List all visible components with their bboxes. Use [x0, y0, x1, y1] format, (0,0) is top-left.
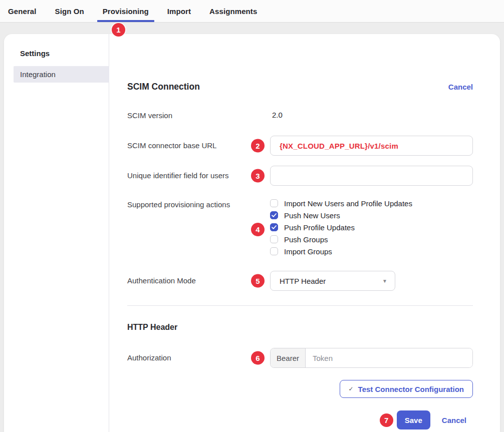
checkbox-push-groups[interactable] [270, 235, 278, 243]
section-divider [127, 305, 473, 306]
provisioning-actions-label: Supported provisioning actions [127, 199, 270, 210]
unique-id-input[interactable] [270, 166, 473, 186]
provisioning-actions-row: Supported provisioning actions 4 Import … [127, 199, 473, 259]
tab-assignments[interactable]: Assignments [204, 0, 263, 22]
checkbox-label: Push Profile Updates [284, 223, 355, 232]
step-badge-5: 5 [251, 274, 265, 288]
unique-id-row: Unique identifier field for users 3 [127, 166, 473, 186]
sidebar-item-label: Integration [20, 70, 56, 79]
checkbox-import-new-users[interactable] [270, 199, 278, 207]
chevron-down-icon: ▼ [382, 278, 387, 284]
sidebar-header: Settings [20, 49, 109, 58]
checkbox-label: Push Groups [284, 235, 328, 244]
checkbox-row-push-profile-updates: Push Profile Updates [270, 223, 473, 231]
cancel-button[interactable]: Cancel [442, 416, 466, 424]
http-header-section-title: HTTP Header [127, 323, 473, 332]
tab-general[interactable]: General [3, 0, 42, 22]
tab-provisioning[interactable]: Provisioning [97, 0, 154, 22]
cancel-link-top[interactable]: Cancel [448, 83, 473, 91]
settings-sidebar: Settings Integration [4, 34, 109, 432]
app-tab-bar: General Sign On Provisioning Import Assi… [0, 0, 504, 23]
auth-mode-label: Authentication Mode [127, 271, 270, 286]
checkbox-row-import-users: Import New Users and Profile Updates [270, 199, 473, 207]
tab-import[interactable]: Import [162, 0, 196, 22]
checkbox-push-profile-updates[interactable] [270, 223, 278, 231]
scim-version-row: SCIM version 2.0 [127, 111, 473, 121]
save-button[interactable]: Save [397, 410, 430, 429]
unique-id-label: Unique identifier field for users [127, 166, 270, 181]
step-badge-2: 2 [251, 139, 265, 153]
step-badge-6: 6 [251, 351, 265, 365]
base-url-input[interactable] [270, 136, 473, 156]
scim-version-value: 2.0 [270, 111, 283, 119]
base-url-label: SCIM connector base URL [127, 136, 270, 151]
checkbox-label: Import New Users and Profile Updates [284, 199, 412, 208]
checkbox-row-push-groups: Push Groups [270, 235, 473, 243]
checkmark-icon: ✓ [349, 385, 354, 392]
auth-mode-row: Authentication Mode 5 HTTP Header ▼ [127, 271, 473, 291]
checkbox-label: Push New Users [284, 211, 340, 220]
test-button-label: Test Connector Configuration [358, 385, 464, 393]
base-url-row: SCIM connector base URL 2 [127, 136, 473, 156]
token-input[interactable] [306, 348, 472, 367]
authorization-label: Authorization [127, 348, 270, 363]
step-badge-4: 4 [251, 223, 265, 236]
auth-mode-select[interactable]: HTTP Header ▼ [270, 271, 395, 291]
checkbox-import-groups[interactable] [270, 247, 278, 255]
page-title: SCIM Connection [127, 82, 200, 92]
step-badge-3: 3 [251, 169, 265, 183]
content-card: Settings Integration SCIM Connection Can… [4, 34, 500, 432]
authorization-input-group: Bearer [270, 348, 473, 368]
checkbox-push-new-users[interactable] [270, 211, 278, 219]
step-badge-1: 1 [112, 23, 125, 37]
checkbox-row-import-groups: Import Groups [270, 247, 473, 255]
bearer-prefix: Bearer [271, 348, 306, 367]
test-connector-configuration-button[interactable]: ✓ Test Connector Configuration [340, 380, 473, 398]
sidebar-item-integration[interactable]: Integration [14, 66, 109, 83]
authorization-row: Authorization 6 Bearer [127, 348, 473, 368]
tab-sign-on[interactable]: Sign On [50, 0, 90, 22]
auth-mode-selected-value: HTTP Header [280, 277, 326, 285]
step-badge-7: 7 [380, 413, 393, 427]
scim-connection-panel: SCIM Connection Cancel SCIM version 2.0 … [109, 34, 500, 432]
checkbox-label: Import Groups [284, 247, 332, 256]
scim-version-label: SCIM version [127, 111, 270, 121]
checkbox-row-push-new-users: Push New Users [270, 211, 473, 219]
